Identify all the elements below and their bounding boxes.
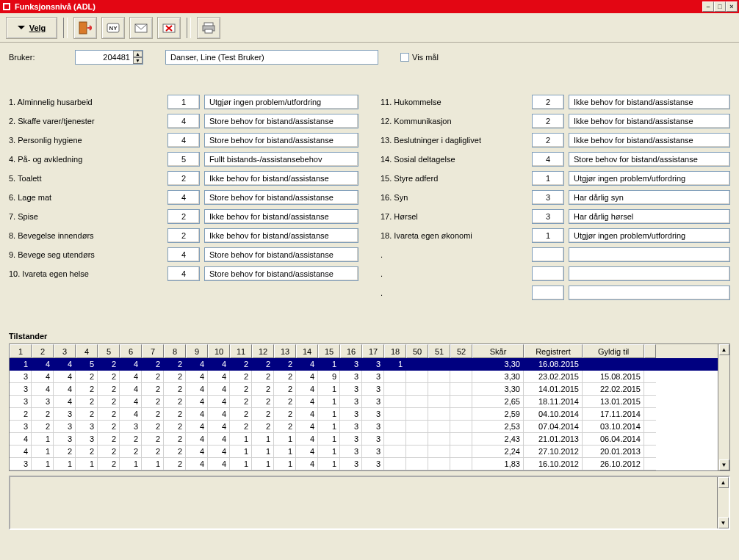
adl-score-input[interactable]: 2 xyxy=(167,228,200,243)
exit-button[interactable] xyxy=(73,17,97,39)
adl-desc-field[interactable]: Store behov for bistand/assistanse xyxy=(204,190,358,205)
table-header[interactable]: Skår xyxy=(472,344,524,358)
adl-desc-field[interactable]: Ikke behov for bistand/assistanse xyxy=(204,228,358,243)
velg-menu-button[interactable]: Velg xyxy=(6,17,57,39)
adl-desc-field[interactable]: Store behov for bistand/assistanse xyxy=(569,152,730,167)
adl-desc-field[interactable] xyxy=(569,266,730,281)
adl-desc-field[interactable]: Har dårlig syn xyxy=(569,190,730,205)
adl-score-input[interactable]: 2 xyxy=(532,133,564,148)
table-header[interactable]: 1 xyxy=(10,344,32,358)
table-row[interactable]: 412222224411141332,2427.10.201220.01.201… xyxy=(10,446,729,458)
adl-desc-field[interactable]: Har dårlig hørsel xyxy=(569,209,730,224)
scroll-down-icon[interactable]: ▼ xyxy=(718,517,729,528)
adl-score-input[interactable]: 4 xyxy=(167,114,200,128)
adl-score-input[interactable]: 2 xyxy=(532,95,564,109)
table-row[interactable]: 223224224422241332,5904.10.201417.11.201… xyxy=(10,408,729,421)
table-cell: 4 xyxy=(296,371,318,383)
table-row[interactable]: 1445242244222413313,3016.08.2015 xyxy=(10,358,729,371)
table-header[interactable]: 6 xyxy=(120,344,142,358)
table-row[interactable]: 311121124411141331,8316.10.201226.10.201… xyxy=(10,458,729,470)
table-header[interactable]: 51 xyxy=(428,344,450,358)
spin-down-icon[interactable]: ▼ xyxy=(133,57,143,64)
table-row[interactable]: 323323224422241332,5307.04.201403.10.201… xyxy=(10,421,729,433)
adl-score-input[interactable]: 4 xyxy=(167,133,200,148)
table-header[interactable]: 17 xyxy=(362,344,384,358)
adl-score-input[interactable]: 4 xyxy=(167,247,200,262)
table-row[interactable]: 344224224422241333,3014.01.201522.02.201… xyxy=(10,383,729,396)
adl-desc-field[interactable]: Store behov for bistand/assistanse xyxy=(204,247,358,262)
vis-mal-checkbox[interactable]: Vis mål xyxy=(400,53,439,62)
table-header[interactable]: 8 xyxy=(164,344,186,358)
bruker-id-field[interactable] xyxy=(76,51,133,64)
table-cell: 18.11.2014 xyxy=(524,396,583,408)
adl-desc-field[interactable]: Ikke behov for bistand/assistanse xyxy=(569,114,730,128)
memo-textarea[interactable]: ▲ ▼ xyxy=(9,476,730,530)
adl-score-input[interactable]: 1 xyxy=(532,171,564,186)
table-header[interactable]: 7 xyxy=(142,344,164,358)
adl-score-input[interactable]: 3 xyxy=(532,190,564,205)
table-vertical-scrollbar[interactable]: ▲ ▼ xyxy=(718,344,729,470)
close-button[interactable]: × xyxy=(726,1,738,12)
adl-desc-field[interactable]: Ikke behov for bistand/assistanse xyxy=(204,209,358,224)
bruker-name-field[interactable]: Danser, Line (Test Bruker) xyxy=(165,50,378,65)
adl-score-input[interactable]: 4 xyxy=(167,266,200,281)
adl-desc-field[interactable] xyxy=(569,286,730,300)
maximize-button[interactable]: □ xyxy=(714,1,726,12)
adl-score-input[interactable]: 2 xyxy=(167,209,200,224)
table-header[interactable]: 18 xyxy=(384,344,406,358)
table-header[interactable]: 2 xyxy=(32,344,54,358)
minimize-button[interactable]: – xyxy=(702,1,714,12)
spin-up-icon[interactable]: ▲ xyxy=(133,51,143,57)
table-header[interactable]: 13 xyxy=(274,344,296,358)
bruker-id-input[interactable]: ▲ ▼ xyxy=(75,50,143,65)
print-button[interactable] xyxy=(197,17,220,39)
tilstander-label: Tilstander xyxy=(9,332,730,341)
scroll-up-icon[interactable]: ▲ xyxy=(718,477,729,488)
table-header[interactable]: 14 xyxy=(296,344,318,358)
memo-vertical-scrollbar[interactable]: ▲ ▼ xyxy=(717,477,729,528)
table-header[interactable]: 9 xyxy=(186,344,208,358)
table-header[interactable]: 5 xyxy=(98,344,120,358)
table-header[interactable]: 11 xyxy=(230,344,252,358)
adl-desc-field[interactable]: Ikke behov for bistand/assistanse xyxy=(569,95,730,109)
adl-score-input[interactable]: 5 xyxy=(167,152,200,167)
table-header[interactable]: 16 xyxy=(340,344,362,358)
table-header[interactable]: 12 xyxy=(252,344,274,358)
adl-desc-field[interactable]: Store behov for bistand/assistanse xyxy=(204,114,358,128)
table-header[interactable]: 10 xyxy=(208,344,230,358)
adl-desc-field[interactable]: Utgjør ingen problem/utfordring xyxy=(569,228,730,243)
adl-score-input[interactable]: 3 xyxy=(532,209,564,224)
table-row[interactable]: 344224224422249333,3023.02.201515.08.201… xyxy=(10,371,729,383)
adl-desc-field[interactable]: Utgjør ingen problem/utfordring xyxy=(569,171,730,186)
adl-score-input[interactable] xyxy=(532,266,564,281)
adl-score-input[interactable]: 2 xyxy=(532,114,564,128)
adl-desc-field[interactable] xyxy=(569,247,730,262)
new-button[interactable]: NY xyxy=(101,17,125,39)
adl-desc-field[interactable]: Ikke behov for bistand/assistanse xyxy=(204,171,358,186)
table-header[interactable]: 52 xyxy=(450,344,472,358)
adl-score-input[interactable]: 4 xyxy=(167,190,200,205)
table-header[interactable]: 15 xyxy=(318,344,340,358)
adl-desc-field[interactable]: Fullt bistands-/assistansebehov xyxy=(204,152,358,167)
mail-button[interactable] xyxy=(129,17,153,39)
table-header[interactable]: Gyldig til xyxy=(583,344,644,358)
table-row[interactable]: 413322224411141332,4321.01.201306.04.201… xyxy=(10,433,729,446)
adl-score-input[interactable]: 4 xyxy=(532,152,564,167)
adl-score-input[interactable] xyxy=(532,286,564,300)
table-header[interactable]: 4 xyxy=(76,344,98,358)
scroll-down-icon[interactable]: ▼ xyxy=(719,459,729,470)
adl-desc-field[interactable]: Store behov for bistand/assistanse xyxy=(204,133,358,148)
adl-score-input[interactable] xyxy=(532,247,564,262)
adl-score-input[interactable]: 1 xyxy=(532,228,564,243)
adl-desc-field[interactable]: Store behov for bistand/assistanse xyxy=(204,266,358,281)
scroll-up-icon[interactable]: ▲ xyxy=(719,344,729,355)
delete-button[interactable] xyxy=(157,17,181,39)
adl-score-input[interactable]: 1 xyxy=(167,95,200,109)
adl-desc-field[interactable]: Ikke behov for bistand/assistanse xyxy=(569,133,730,148)
table-row[interactable]: 334224224422241332,6518.11.201413.01.201… xyxy=(10,396,729,408)
adl-desc-field[interactable]: Utgjør ingen problem/utfordring xyxy=(204,95,358,109)
table-header[interactable]: 3 xyxy=(54,344,76,358)
table-header[interactable]: 50 xyxy=(406,344,428,358)
table-header[interactable]: Registrert xyxy=(524,344,583,358)
adl-score-input[interactable]: 2 xyxy=(167,171,200,186)
